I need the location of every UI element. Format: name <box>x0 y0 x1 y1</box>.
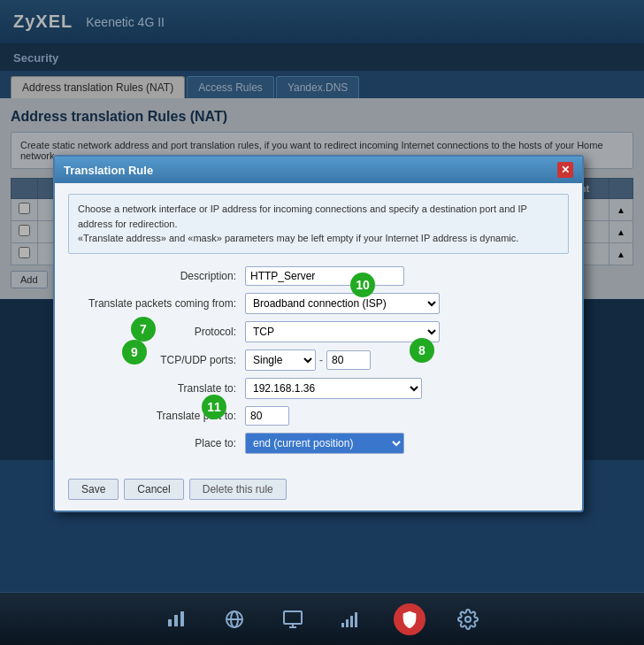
badge-8: 8 <box>410 338 434 363</box>
svg-rect-1 <box>174 615 178 626</box>
select-coming-from[interactable]: Broadband connection (ISP) <box>245 293 440 314</box>
svg-rect-11 <box>350 616 353 627</box>
badge-9: 9 <box>122 340 147 365</box>
label-translate-to: Translate to: <box>68 382 245 395</box>
badge-7: 7 <box>131 317 156 342</box>
taskbar-icon-chart[interactable] <box>160 603 192 635</box>
label-place: Place to: <box>68 437 245 449</box>
form-row-coming-from: Translate packets coming from: Broadband… <box>68 293 569 314</box>
input-port[interactable] <box>326 350 371 370</box>
cancel-button[interactable]: Cancel <box>124 479 183 500</box>
form-row-description: Description: <box>68 266 569 286</box>
control-coming-from: Broadband connection (ISP) <box>245 293 569 314</box>
control-place: end (current position) beginning <box>245 433 569 454</box>
select-protocol[interactable]: TCP UDP TCP/UDP <box>245 321 440 342</box>
dialog-info-line1: Choose a network interface or IP address… <box>78 203 527 229</box>
form-row-place: Place to: end (current position) beginni… <box>68 433 569 454</box>
svg-rect-2 <box>180 611 184 626</box>
label-ports: TCP/UDP ports: <box>68 354 245 366</box>
taskbar-icon-gear[interactable] <box>452 603 484 635</box>
svg-rect-10 <box>346 619 349 627</box>
dialog-title: Translation Rule <box>64 164 153 177</box>
svg-rect-12 <box>355 612 357 627</box>
dialog-info-line2: «Translate address» and «mask» parameter… <box>78 233 518 243</box>
save-button[interactable]: Save <box>68 479 119 500</box>
taskbar-icon-signal[interactable] <box>335 603 367 635</box>
svg-rect-0 <box>168 619 172 626</box>
form-row-port-to: Translate port to: <box>68 406 569 426</box>
dialog-close-button[interactable]: ✕ <box>557 162 573 178</box>
input-description[interactable] <box>245 266 404 286</box>
badge-11: 11 <box>202 395 226 419</box>
delete-rule-button[interactable]: Delete this rule <box>189 479 287 500</box>
label-coming-from: Translate packets coming from: <box>68 297 245 310</box>
dialog-titlebar: Translation Rule ✕ <box>55 157 582 183</box>
svg-point-13 <box>465 617 471 622</box>
taskbar-icon-monitor[interactable] <box>277 603 309 635</box>
select-port-type[interactable]: Single Range <box>245 349 316 371</box>
select-translate-to[interactable]: 192.168.1.36 <box>245 378 422 399</box>
select-place[interactable]: end (current position) beginning <box>245 433 404 454</box>
taskbar <box>0 592 644 645</box>
control-ports: Single Range - <box>245 349 569 371</box>
label-description: Description: <box>68 270 245 282</box>
control-translate-to: 192.168.1.36 <box>245 378 569 399</box>
control-protocol: TCP UDP TCP/UDP <box>245 321 569 342</box>
form-row-translate-to: Translate to: 192.168.1.36 <box>68 378 569 399</box>
taskbar-icon-shield[interactable] <box>394 603 426 635</box>
badge-10: 10 <box>350 273 375 297</box>
svg-rect-9 <box>341 623 344 627</box>
port-separator: - <box>319 354 323 366</box>
control-description <box>245 266 569 286</box>
dialog-actions: Save Cancel Delete this rule <box>55 472 582 511</box>
input-port-to[interactable] <box>245 406 289 426</box>
svg-rect-6 <box>284 611 302 624</box>
control-port-to <box>245 406 569 426</box>
dialog-info-box: Choose a network interface or IP address… <box>68 194 569 254</box>
taskbar-icon-globe[interactable] <box>218 603 250 635</box>
label-protocol: Protocol: <box>68 326 245 338</box>
